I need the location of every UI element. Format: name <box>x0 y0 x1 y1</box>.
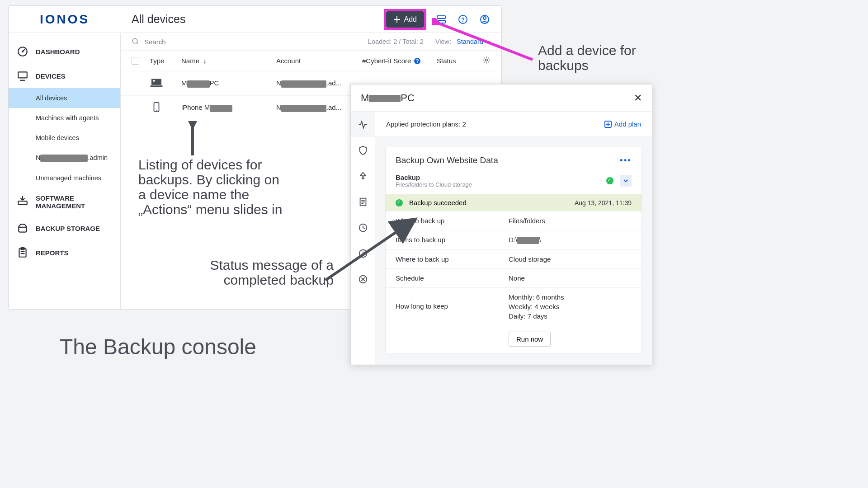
sidebar-item-label: Machines with agents <box>36 114 99 122</box>
chevron-down-icon <box>623 178 628 183</box>
backup-desc: Files/folders to Cloud storage <box>396 181 472 188</box>
backup-label: Backup <box>396 174 472 181</box>
svg-rect-18 <box>151 85 163 87</box>
close-icon[interactable]: ✕ <box>634 92 642 104</box>
svg-point-24 <box>363 255 363 256</box>
name-cell: MPC <box>181 79 276 87</box>
sort-down-icon: ↓ <box>203 57 207 65</box>
tab-history[interactable] <box>351 215 375 240</box>
detail-row-what: What to back up Files/folders <box>386 211 642 230</box>
tab-protection[interactable] <box>351 137 375 163</box>
sidebar-item-label: DEVICES <box>36 72 66 80</box>
clipboard-icon <box>17 247 28 258</box>
col-status[interactable]: Status <box>437 57 482 65</box>
name-cell: iPhone M <box>181 103 276 112</box>
sidebar-item-mobile-devices[interactable]: Mobile devices <box>9 128 120 148</box>
info-icon[interactable]: ? <box>414 57 421 65</box>
search-wrap <box>132 38 363 46</box>
svg-rect-9 <box>18 201 27 205</box>
chevron-down-icon <box>485 39 491 45</box>
sidebar-item-devices[interactable]: DEVICES <box>9 64 120 88</box>
panel-title: MPC <box>361 92 415 104</box>
account-cell: N.ad... <box>276 103 362 112</box>
detail-label: Schedule <box>396 274 509 282</box>
svg-rect-16 <box>151 79 161 84</box>
monitor-icon <box>17 70 28 82</box>
tab-delete[interactable] <box>351 266 375 292</box>
plan-card: Backup Own Website Data ••• Backup Files… <box>385 147 642 353</box>
sidebar-item-backup-storage[interactable]: BACKUP STORAGE <box>9 216 120 240</box>
detail-value: D:\\ <box>509 236 632 244</box>
alert-icon <box>358 249 368 258</box>
help-icon[interactable]: ? <box>456 13 470 26</box>
sidebar-item-label: N.admin <box>36 154 108 162</box>
add-button-highlight: Add <box>384 9 426 30</box>
sidebar-item-unmanaged[interactable]: Unmanaged machines <box>9 168 120 188</box>
sidebar-item-reports[interactable]: REPORTS <box>9 240 120 265</box>
view-dropdown[interactable]: Standard <box>457 38 491 45</box>
svg-text:?: ? <box>461 16 465 23</box>
sidebar-item-admin[interactable]: N.admin <box>9 148 120 168</box>
add-button[interactable]: Add <box>386 11 424 28</box>
sidebar-item-all-devices[interactable]: All devices <box>9 88 120 108</box>
plan-menu-icon[interactable]: ••• <box>620 155 632 165</box>
svg-point-20 <box>156 110 157 111</box>
clock-icon <box>358 223 368 233</box>
phone-icon <box>150 102 163 112</box>
caption: The Backup console <box>60 334 256 359</box>
success-timestamp: Aug 13, 2021, 11:39 <box>575 199 632 206</box>
sidebar-item-label: BACKUP STORAGE <box>36 225 100 232</box>
search-icon <box>132 38 140 46</box>
laptop-icon <box>150 78 163 88</box>
gear-icon <box>482 56 491 64</box>
tab-recovery[interactable] <box>351 163 375 189</box>
type-cell <box>150 78 181 89</box>
sidebar-item-label: All devices <box>36 94 67 102</box>
run-now-button[interactable]: Run now <box>509 332 551 347</box>
detail-value: Files/folders <box>509 217 632 225</box>
table-settings[interactable] <box>482 56 491 66</box>
account-icon[interactable] <box>478 13 491 26</box>
sidebar-item-label: REPORTS <box>36 249 69 257</box>
svg-point-15 <box>486 59 488 61</box>
search-input[interactable] <box>144 38 235 46</box>
col-type[interactable]: Type <box>150 57 181 65</box>
toolbar-row: Loaded: 2 / Total: 2 View: Standard <box>121 33 501 51</box>
success-icon <box>396 199 403 206</box>
tab-alerts[interactable] <box>351 240 375 266</box>
redacted <box>210 105 232 112</box>
add-button-label: Add <box>404 15 417 23</box>
loaded-count: Loaded: 2 / Total: 2 <box>368 38 424 45</box>
expand-toggle[interactable] <box>620 175 632 187</box>
detail-value: None <box>509 274 632 282</box>
detail-label: Where to back up <box>396 255 509 263</box>
tab-receipt[interactable] <box>351 189 375 215</box>
detail-label: What to back up <box>396 217 509 225</box>
download-icon <box>17 194 28 206</box>
col-name[interactable]: Name ↓ <box>181 57 276 65</box>
redacted <box>281 105 326 112</box>
sidebar-item-machines-agents[interactable]: Machines with agents <box>9 108 120 128</box>
annotation-add: Add a device for backups <box>538 43 669 73</box>
sidebar-item-label: Unmanaged machines <box>36 174 101 182</box>
layout-icon[interactable] <box>434 13 448 26</box>
redacted <box>187 80 210 88</box>
receipt-icon <box>358 197 368 207</box>
svg-rect-1 <box>437 20 445 23</box>
select-all-checkbox[interactable] <box>132 57 150 65</box>
gauge-icon <box>17 46 28 57</box>
add-plan-button[interactable]: Add plan <box>604 120 641 128</box>
sidebar-item-software[interactable]: SOFTWARE MANAGEMENT <box>9 188 120 216</box>
svg-point-5 <box>483 17 486 19</box>
sidebar-item-dashboard[interactable]: DASHBOARD <box>9 39 120 64</box>
tab-activity[interactable] <box>351 112 375 137</box>
col-account[interactable]: Account <box>276 57 362 65</box>
plan-header: Applied protection plans: 2 Add plan <box>375 112 652 137</box>
detail-label: How long to keep <box>396 293 509 310</box>
col-cyberfit[interactable]: #CyberFit Score ? <box>362 57 437 65</box>
status-ok-icon <box>606 177 613 184</box>
backup-section-header: Backup Files/folders to Cloud storage <box>386 172 642 194</box>
detail-label: Items to back up <box>396 236 509 244</box>
logo: IONOS <box>9 6 121 33</box>
sidebar-item-label: Mobile devices <box>36 134 79 141</box>
